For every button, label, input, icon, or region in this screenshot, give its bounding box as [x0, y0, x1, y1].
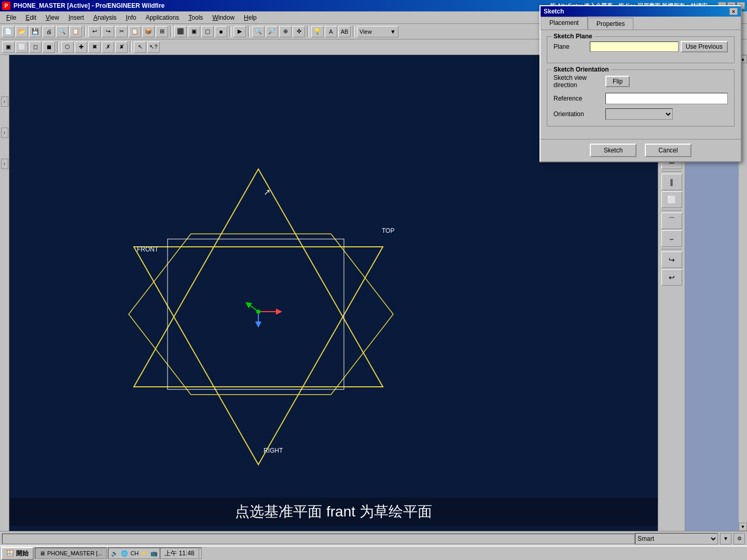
tb2-help[interactable]: ↖? — [147, 41, 160, 53]
smart-select-wrap: Smart ▼ ⚙ — [635, 533, 745, 544]
menu-tools[interactable]: Tools — [184, 13, 207, 22]
tb2-sketch[interactable]: ⬡ — [61, 41, 74, 53]
rt-line-btn[interactable]: ∥ — [661, 174, 682, 190]
smart-select[interactable]: Smart — [635, 533, 718, 544]
menu-window[interactable]: Window — [208, 13, 239, 22]
tray-media-icon[interactable]: 📺 — [150, 549, 158, 557]
sketch-plane-group: Sketch Plane Plane Use Previous — [547, 36, 735, 63]
print-button[interactable]: 🖨 — [43, 26, 55, 37]
chinese-instruction: 点选基准平面 frant 为草绘平面 — [9, 498, 658, 526]
tb2-cross2[interactable]: ✗ — [102, 41, 114, 53]
tab-properties[interactable]: Properties — [588, 18, 634, 30]
tb2-cube2[interactable]: ◼ — [43, 41, 55, 53]
tb2-cube1[interactable]: ◻ — [29, 41, 42, 53]
hidden-button[interactable]: ▢ — [201, 26, 214, 37]
svg-marker-0 — [134, 169, 383, 387]
reference-label: Reference — [554, 95, 605, 102]
flip-button[interactable]: Flip — [605, 76, 630, 87]
status-expand-btn[interactable]: ▼ — [720, 533, 731, 544]
plane-row: Plane Use Previous — [554, 41, 728, 52]
rt-sep-4 — [662, 210, 682, 211]
zoom-fit-button[interactable]: ⊕ — [279, 26, 292, 37]
tb2-axis[interactable]: ✚ — [75, 41, 87, 53]
menu-analysis[interactable]: Analysis — [89, 13, 121, 22]
feature-button[interactable]: 📦 — [142, 26, 155, 37]
rt-arrow-btn[interactable]: ↩ — [661, 269, 682, 286]
use-previous-button[interactable]: Use Previous — [681, 41, 728, 52]
rt-curve1-btn[interactable]: ⌒ — [661, 213, 682, 229]
left-arrows: › › › — [0, 55, 9, 531]
rt-sep-5 — [662, 249, 682, 249]
open-button[interactable]: 📂 — [16, 26, 28, 37]
cancel-button[interactable]: Cancel — [645, 144, 691, 157]
pan-button[interactable]: ✜ — [293, 26, 305, 37]
collapse-arrow-3[interactable]: › — [1, 159, 8, 169]
view3d-button[interactable]: ⬛ — [174, 26, 187, 37]
start-icon: 🪟 — [6, 550, 14, 557]
dialog-buttons: Sketch Cancel — [541, 139, 741, 161]
undo-button[interactable]: ↩ — [88, 26, 101, 37]
taskbar-app-item[interactable]: 🖥 PHONE_MASTER [... — [35, 548, 107, 559]
repaint-button[interactable]: ▶ — [233, 26, 246, 37]
svg-marker-1 — [134, 247, 383, 465]
zoom-in-button[interactable]: 🔍 — [252, 26, 265, 37]
plane-label: Plane — [554, 43, 590, 50]
rt-curve2-btn[interactable]: ⌣ — [661, 230, 682, 247]
plane-input[interactable] — [590, 41, 679, 52]
sketch-button[interactable]: Sketch — [590, 144, 637, 157]
sketch-orientation-title: Sketch Orientation — [551, 66, 611, 73]
tb2-cross3[interactable]: ✘ — [115, 41, 128, 53]
wireframe-button[interactable]: ▣ — [188, 26, 200, 37]
tray-network-icon[interactable]: 🔊 — [110, 549, 119, 557]
ab-button[interactable]: AB — [338, 26, 351, 37]
cut-button[interactable]: ✂ — [115, 26, 128, 37]
status-settings-btn[interactable]: ⚙ — [734, 533, 745, 544]
redo-button[interactable]: ↪ — [102, 26, 114, 37]
save-button[interactable]: 💾 — [29, 26, 42, 37]
tb2-square1[interactable]: ▣ — [2, 41, 15, 53]
zoom-out-button[interactable]: 🔎 — [266, 26, 278, 37]
view-dropdown[interactable]: View▼ — [357, 26, 398, 37]
app-icon: P — [2, 2, 10, 10]
sketch-dialog-close[interactable]: × — [729, 8, 738, 15]
view-direction-label: Sketch view direction — [554, 74, 605, 89]
sketch-dialog-title-text: Sketch — [544, 8, 564, 15]
grid-button[interactable]: ⊞ — [156, 26, 168, 37]
tb2-square2[interactable]: ⬜ — [16, 41, 28, 53]
tray-web-icon[interactable]: 🌐 — [120, 549, 129, 557]
menu-info[interactable]: Info — [122, 13, 141, 22]
menu-file[interactable]: File — [2, 13, 20, 22]
menu-edit[interactable]: Edit — [21, 13, 40, 22]
sep-2 — [170, 26, 172, 37]
text-button[interactable]: A — [325, 26, 337, 37]
collapse-arrow-2[interactable]: › — [1, 128, 8, 138]
menu-view[interactable]: View — [42, 13, 63, 22]
start-button[interactable]: 🪟 開始 — [1, 547, 34, 560]
find-button[interactable]: 🔍 — [56, 26, 68, 37]
rt-hook-btn[interactable]: ↪ — [661, 251, 682, 268]
tb2-cross1[interactable]: ✖ — [88, 41, 101, 53]
sep-1 — [84, 26, 86, 37]
new-button[interactable]: 📄 — [2, 26, 15, 37]
title-text: PHONE_MASTER [Active] - Pro/ENGINEER Wil… — [13, 2, 550, 9]
reference-row: Reference — [554, 93, 728, 104]
menu-applications[interactable]: Applications — [142, 13, 184, 22]
paste-button[interactable]: 📋 — [129, 26, 141, 37]
rt-rect-btn[interactable]: ⬜ — [661, 191, 682, 208]
light-button[interactable]: 💡 — [311, 26, 324, 37]
tray-ch-icon[interactable]: CH — [130, 549, 139, 557]
menu-help[interactable]: Help — [240, 13, 261, 22]
view-direction-row: Sketch view direction Flip — [554, 74, 728, 89]
tray-power-icon[interactable]: ⚡ — [140, 549, 148, 557]
sep-3 — [229, 26, 231, 37]
tb2-cursor[interactable]: ↖ — [134, 41, 146, 53]
shade-button[interactable]: ■ — [215, 26, 227, 37]
collapse-arrow-1[interactable]: › — [1, 96, 8, 107]
copy-button[interactable]: 📋 — [70, 26, 82, 37]
tab-placement[interactable]: Placement — [541, 17, 588, 30]
orientation-select[interactable]: Top Bottom Left Right — [605, 108, 673, 120]
menu-insert[interactable]: Insert — [64, 13, 88, 22]
reference-input[interactable] — [605, 93, 728, 104]
scroll-down[interactable]: ▼ — [739, 523, 747, 531]
orientation-select-row: Orientation Top Bottom Left Right — [554, 108, 728, 120]
